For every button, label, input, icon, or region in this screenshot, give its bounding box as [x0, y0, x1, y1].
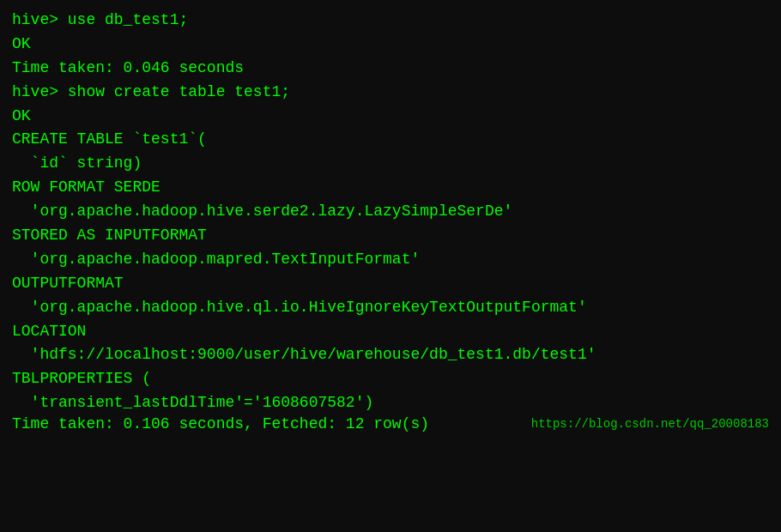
terminal-line-10: STORED AS INPUTFORMAT — [12, 224, 769, 248]
terminal-line-1: hive> use db_test1; — [12, 9, 769, 33]
terminal-line-14: LOCATION — [12, 320, 769, 344]
terminal-line-11: 'org.apache.hadoop.mapred.TextInputForma… — [12, 248, 769, 272]
terminal-line-3: Time taken: 0.046 seconds — [12, 57, 769, 81]
terminal-line-7: `id` string) — [12, 152, 769, 176]
terminal-line-12: OUTPUTFORMAT — [12, 272, 769, 296]
terminal-line-16: TBLPROPERTIES ( — [12, 367, 769, 391]
terminal-footer: Time taken: 0.106 seconds, Fetched: 12 r… — [12, 415, 769, 432]
terminal-line-2: OK — [12, 33, 769, 57]
terminal-line-13: 'org.apache.hadoop.hive.ql.io.HiveIgnore… — [12, 296, 769, 320]
terminal-line-4: hive> show create table test1; — [12, 81, 769, 105]
terminal-window: hive> use db_test1; OK Time taken: 0.046… — [0, 0, 781, 532]
terminal-line-15: 'hdfs://localhost:9000/user/hive/warehou… — [12, 343, 769, 367]
footer-watermark: https://blog.csdn.net/qq_20008183 — [531, 417, 769, 431]
terminal-line-5: OK — [12, 105, 769, 129]
terminal-line-6: CREATE TABLE `test1`( — [12, 128, 769, 152]
terminal-line-8: ROW FORMAT SERDE — [12, 176, 769, 200]
terminal-line-17: 'transient_lastDdlTime'='1608607582') — [12, 391, 769, 415]
footer-timing: Time taken: 0.106 seconds, Fetched: 12 r… — [12, 415, 429, 432]
terminal-line-9: 'org.apache.hadoop.hive.serde2.lazy.Lazy… — [12, 200, 769, 224]
